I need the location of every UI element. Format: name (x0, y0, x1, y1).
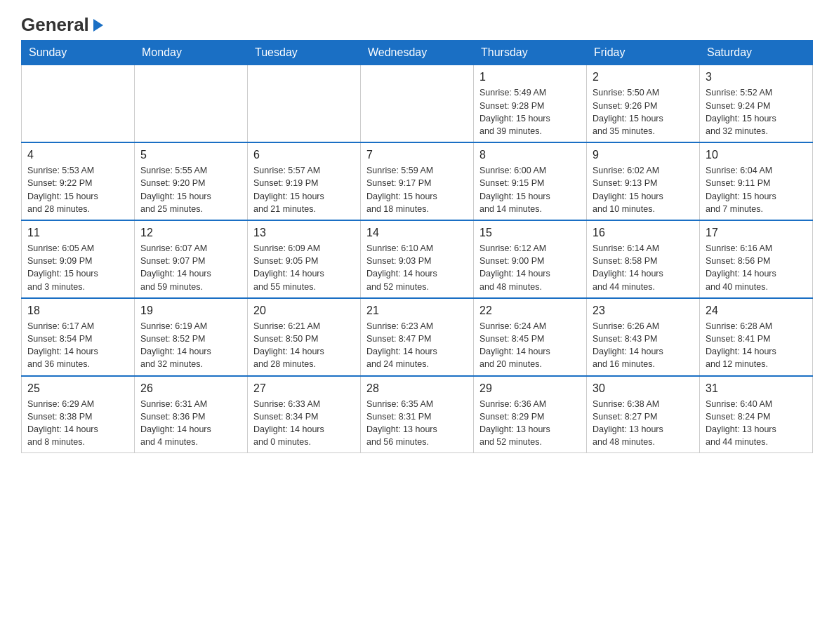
calendar-day-cell: 27Sunrise: 6:33 AM Sunset: 8:34 PM Dayli… (248, 376, 361, 453)
day-info: Sunrise: 5:55 AM Sunset: 9:20 PM Dayligh… (140, 164, 241, 215)
day-info: Sunrise: 6:40 AM Sunset: 8:24 PM Dayligh… (706, 398, 807, 449)
calendar-day-cell: 28Sunrise: 6:35 AM Sunset: 8:31 PM Dayli… (361, 376, 474, 453)
day-number: 4 (27, 147, 128, 163)
day-info: Sunrise: 6:17 AM Sunset: 8:54 PM Dayligh… (27, 320, 128, 371)
day-info: Sunrise: 6:26 AM Sunset: 8:43 PM Dayligh… (593, 320, 694, 371)
calendar-week-row: 25Sunrise: 6:29 AM Sunset: 8:38 PM Dayli… (22, 376, 813, 453)
calendar-day-cell (361, 65, 474, 142)
calendar-day-cell: 1Sunrise: 5:49 AM Sunset: 9:28 PM Daylig… (474, 65, 587, 142)
calendar-day-cell: 3Sunrise: 5:52 AM Sunset: 9:24 PM Daylig… (700, 65, 813, 142)
day-number: 3 (706, 69, 807, 85)
calendar-week-row: 4Sunrise: 5:53 AM Sunset: 9:22 PM Daylig… (22, 142, 813, 220)
day-number: 26 (140, 381, 241, 396)
weekday-header-wednesday: Wednesday (361, 41, 474, 65)
day-number: 12 (140, 225, 241, 241)
day-info: Sunrise: 6:14 AM Sunset: 8:58 PM Dayligh… (593, 242, 694, 293)
day-number: 17 (706, 225, 807, 241)
day-number: 18 (27, 303, 128, 318)
calendar-day-cell: 2Sunrise: 5:50 AM Sunset: 9:26 PM Daylig… (587, 65, 700, 142)
calendar-day-cell: 16Sunrise: 6:14 AM Sunset: 8:58 PM Dayli… (587, 220, 700, 298)
calendar-day-cell: 6Sunrise: 5:57 AM Sunset: 9:19 PM Daylig… (248, 142, 361, 220)
calendar-week-row: 1Sunrise: 5:49 AM Sunset: 9:28 PM Daylig… (22, 65, 813, 142)
day-number: 14 (366, 225, 468, 241)
calendar-day-cell: 20Sunrise: 6:21 AM Sunset: 8:50 PM Dayli… (248, 298, 361, 376)
calendar-day-cell: 22Sunrise: 6:24 AM Sunset: 8:45 PM Dayli… (474, 298, 587, 376)
day-info: Sunrise: 5:49 AM Sunset: 9:28 PM Dayligh… (479, 86, 581, 137)
day-number: 24 (706, 303, 807, 318)
calendar-day-cell: 5Sunrise: 5:55 AM Sunset: 9:20 PM Daylig… (135, 142, 248, 220)
day-info: Sunrise: 6:05 AM Sunset: 9:09 PM Dayligh… (27, 242, 128, 293)
day-number: 29 (479, 381, 581, 396)
day-info: Sunrise: 6:36 AM Sunset: 8:29 PM Dayligh… (479, 398, 581, 449)
day-number: 31 (706, 381, 807, 396)
calendar-day-cell: 21Sunrise: 6:23 AM Sunset: 8:47 PM Dayli… (361, 298, 474, 376)
day-info: Sunrise: 6:33 AM Sunset: 8:34 PM Dayligh… (253, 398, 355, 449)
day-number: 20 (253, 303, 355, 318)
day-info: Sunrise: 5:59 AM Sunset: 9:17 PM Dayligh… (366, 164, 468, 215)
calendar-day-cell: 26Sunrise: 6:31 AM Sunset: 8:36 PM Dayli… (135, 376, 248, 453)
day-number: 11 (27, 225, 128, 241)
day-info: Sunrise: 5:50 AM Sunset: 9:26 PM Dayligh… (593, 86, 694, 137)
day-info: Sunrise: 6:23 AM Sunset: 8:47 PM Dayligh… (366, 320, 468, 371)
day-info: Sunrise: 6:35 AM Sunset: 8:31 PM Dayligh… (366, 398, 468, 449)
weekday-header-thursday: Thursday (474, 41, 587, 65)
logo: General (21, 14, 106, 33)
day-number: 9 (593, 147, 694, 163)
calendar-day-cell: 10Sunrise: 6:04 AM Sunset: 9:11 PM Dayli… (700, 142, 813, 220)
day-info: Sunrise: 6:07 AM Sunset: 9:07 PM Dayligh… (140, 242, 241, 293)
logo-general: General (21, 14, 89, 36)
day-number: 30 (593, 381, 694, 396)
weekday-header-friday: Friday (587, 41, 700, 65)
calendar-day-cell: 31Sunrise: 6:40 AM Sunset: 8:24 PM Dayli… (700, 376, 813, 453)
day-info: Sunrise: 5:57 AM Sunset: 9:19 PM Dayligh… (253, 164, 355, 215)
calendar-day-cell (248, 65, 361, 142)
day-info: Sunrise: 6:04 AM Sunset: 9:11 PM Dayligh… (706, 164, 807, 215)
day-info: Sunrise: 6:02 AM Sunset: 9:13 PM Dayligh… (593, 164, 694, 215)
day-number: 5 (140, 147, 241, 163)
day-number: 2 (593, 69, 694, 85)
day-info: Sunrise: 6:24 AM Sunset: 8:45 PM Dayligh… (479, 320, 581, 371)
calendar-day-cell: 11Sunrise: 6:05 AM Sunset: 9:09 PM Dayli… (22, 220, 135, 298)
day-info: Sunrise: 6:19 AM Sunset: 8:52 PM Dayligh… (140, 320, 241, 371)
calendar-table: SundayMondayTuesdayWednesdayThursdayFrid… (21, 40, 813, 453)
day-info: Sunrise: 6:31 AM Sunset: 8:36 PM Dayligh… (140, 398, 241, 449)
day-info: Sunrise: 6:29 AM Sunset: 8:38 PM Dayligh… (27, 398, 128, 449)
day-number: 21 (366, 303, 468, 318)
day-number: 13 (253, 225, 355, 241)
day-info: Sunrise: 5:52 AM Sunset: 9:24 PM Dayligh… (706, 86, 807, 137)
day-number: 28 (366, 381, 468, 396)
calendar-day-cell: 18Sunrise: 6:17 AM Sunset: 8:54 PM Dayli… (22, 298, 135, 376)
day-number: 8 (479, 147, 581, 163)
calendar-day-cell: 25Sunrise: 6:29 AM Sunset: 8:38 PM Dayli… (22, 376, 135, 453)
day-info: Sunrise: 6:21 AM Sunset: 8:50 PM Dayligh… (253, 320, 355, 371)
calendar-day-cell: 12Sunrise: 6:07 AM Sunset: 9:07 PM Dayli… (135, 220, 248, 298)
calendar-day-cell (22, 65, 135, 142)
day-info: Sunrise: 6:16 AM Sunset: 8:56 PM Dayligh… (706, 242, 807, 293)
calendar-week-row: 11Sunrise: 6:05 AM Sunset: 9:09 PM Dayli… (22, 220, 813, 298)
day-number: 6 (253, 147, 355, 163)
calendar-day-cell: 4Sunrise: 5:53 AM Sunset: 9:22 PM Daylig… (22, 142, 135, 220)
calendar-day-cell: 13Sunrise: 6:09 AM Sunset: 9:05 PM Dayli… (248, 220, 361, 298)
day-info: Sunrise: 6:38 AM Sunset: 8:27 PM Dayligh… (593, 398, 694, 449)
day-info: Sunrise: 6:12 AM Sunset: 9:00 PM Dayligh… (479, 242, 581, 293)
weekday-header-sunday: Sunday (22, 41, 135, 65)
calendar-day-cell: 8Sunrise: 6:00 AM Sunset: 9:15 PM Daylig… (474, 142, 587, 220)
weekday-header-row: SundayMondayTuesdayWednesdayThursdayFrid… (22, 41, 813, 65)
day-number: 7 (366, 147, 468, 163)
calendar-day-cell: 9Sunrise: 6:02 AM Sunset: 9:13 PM Daylig… (587, 142, 700, 220)
calendar-day-cell: 19Sunrise: 6:19 AM Sunset: 8:52 PM Dayli… (135, 298, 248, 376)
weekday-header-saturday: Saturday (700, 41, 813, 65)
day-number: 27 (253, 381, 355, 396)
calendar-day-cell: 30Sunrise: 6:38 AM Sunset: 8:27 PM Dayli… (587, 376, 700, 453)
page-header: General (21, 14, 813, 33)
day-number: 19 (140, 303, 241, 318)
weekday-header-tuesday: Tuesday (248, 41, 361, 65)
calendar-day-cell: 14Sunrise: 6:10 AM Sunset: 9:03 PM Dayli… (361, 220, 474, 298)
day-info: Sunrise: 6:00 AM Sunset: 9:15 PM Dayligh… (479, 164, 581, 215)
day-number: 1 (479, 69, 581, 85)
day-number: 15 (479, 225, 581, 241)
day-info: Sunrise: 6:10 AM Sunset: 9:03 PM Dayligh… (366, 242, 468, 293)
calendar-day-cell: 29Sunrise: 6:36 AM Sunset: 8:29 PM Dayli… (474, 376, 587, 453)
calendar-day-cell (135, 65, 248, 142)
svg-marker-0 (93, 19, 103, 32)
